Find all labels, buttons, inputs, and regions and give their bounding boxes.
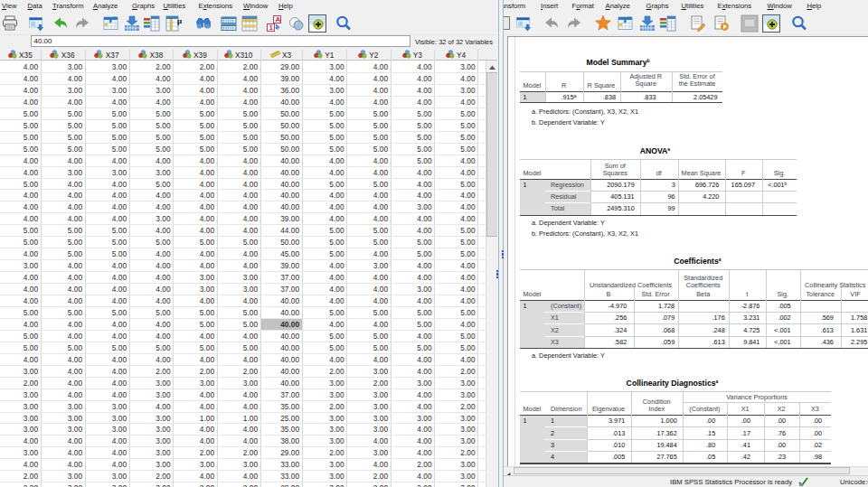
- svg-text:μ: μ: [177, 16, 182, 25]
- svg-text:1: 1: [269, 23, 274, 32]
- svg-text:A: A: [276, 15, 281, 23]
